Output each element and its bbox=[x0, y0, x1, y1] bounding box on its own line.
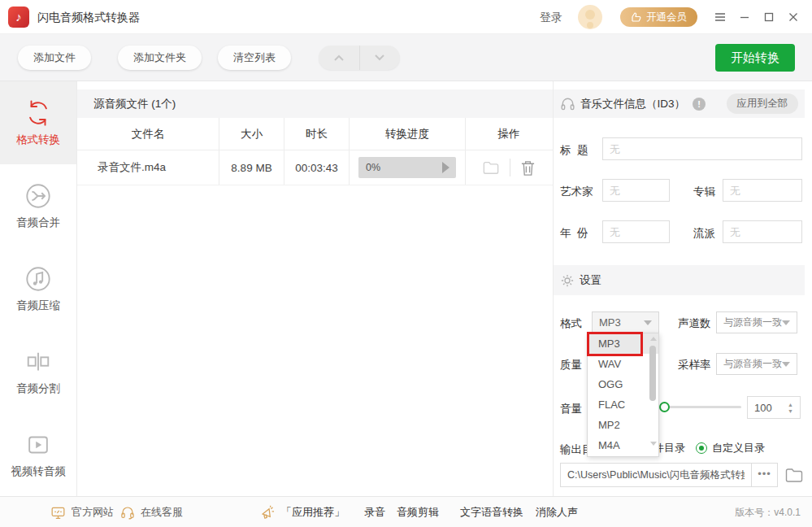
format-value: MP3 bbox=[599, 316, 621, 329]
link-audio-edit[interactable]: 音频剪辑 bbox=[397, 497, 439, 527]
col-duration: 时长 bbox=[284, 118, 350, 150]
refresh-icon bbox=[24, 99, 52, 127]
volume-slider-track[interactable] bbox=[663, 406, 741, 408]
thumb-up-icon bbox=[631, 11, 642, 23]
link-vocal-remove[interactable]: 消除人声 bbox=[536, 497, 578, 527]
info-icon[interactable]: ! bbox=[693, 98, 706, 111]
move-down-button[interactable] bbox=[360, 46, 401, 70]
minimize-icon bbox=[740, 12, 749, 22]
open-output-folder-button[interactable] bbox=[784, 466, 805, 486]
scrollbar-thumb[interactable] bbox=[649, 346, 656, 401]
delete-button[interactable] bbox=[520, 159, 536, 176]
album-field[interactable] bbox=[723, 179, 802, 202]
custom-dir-label: 自定义目录 bbox=[712, 441, 765, 455]
sidebar-item-audio-merge[interactable]: 音频合并 bbox=[0, 164, 76, 247]
volume-spinner[interactable]: 100 ▲▼ bbox=[747, 396, 801, 419]
year-field[interactable] bbox=[602, 220, 670, 243]
output-path-input[interactable] bbox=[560, 463, 752, 487]
samplerate-select[interactable]: 与源音频一致 bbox=[716, 353, 797, 375]
custom-dir-radio[interactable]: 自定义目录 bbox=[696, 441, 765, 455]
scroll-up-icon[interactable] bbox=[650, 337, 657, 341]
app-recommend[interactable]: 「应用推荐」 bbox=[260, 497, 345, 527]
statusbar: 官方网站 在线客服 「应用推荐」 录音 音频剪辑 文字语音转换 消除人声 版本号… bbox=[0, 496, 812, 527]
music-note-circle-icon bbox=[24, 265, 52, 293]
app-logo-icon: ♪ bbox=[8, 7, 29, 28]
minimize-button[interactable] bbox=[733, 0, 756, 34]
format-label: 格式 bbox=[560, 316, 582, 331]
file-size: 8.89 MB bbox=[219, 150, 284, 185]
table-header-row: 文件名 大小 时长 转换进度 操作 bbox=[77, 118, 553, 150]
apply-to-all-button[interactable]: 应用到全部 bbox=[727, 94, 799, 114]
folder-icon bbox=[784, 466, 805, 484]
spinner-arrows-icon[interactable]: ▲▼ bbox=[788, 402, 793, 414]
table-row[interactable]: 录音文件.m4a 8.89 MB 00:03:43 0% bbox=[77, 150, 553, 185]
sidebar-item-video-to-audio[interactable]: 视频转音频 bbox=[0, 413, 76, 496]
sidebar-item-audio-compress[interactable]: 音频压缩 bbox=[0, 247, 76, 330]
app-recommend-label: 「应用推荐」 bbox=[281, 505, 345, 520]
channels-select[interactable]: 与源音频一致 bbox=[716, 311, 797, 333]
col-progress: 转换进度 bbox=[350, 118, 466, 150]
folder-icon bbox=[482, 159, 500, 176]
avatar[interactable] bbox=[578, 5, 602, 29]
hamburger-icon bbox=[714, 12, 726, 22]
scroll-down-icon[interactable] bbox=[650, 442, 657, 446]
genre-label: 流派 bbox=[693, 226, 715, 241]
titlebar: ♪ 闪电音频格式转换器 登录 开通会员 bbox=[0, 0, 812, 34]
volume-label: 音量 bbox=[560, 402, 582, 416]
close-icon bbox=[788, 12, 798, 22]
app-title: 闪电音频格式转换器 bbox=[37, 0, 140, 34]
dropdown-option-m4a[interactable]: M4A bbox=[588, 435, 658, 455]
file-list-panel: 源音频文件 (1个) 文件名 大小 时长 转换进度 操作 录音文件.m4a 8.… bbox=[77, 81, 553, 496]
add-folder-button[interactable]: 添加文件夹 bbox=[118, 46, 202, 70]
browse-dots-button[interactable]: ••• bbox=[752, 463, 778, 487]
genre-field[interactable] bbox=[723, 220, 802, 243]
artist-field[interactable] bbox=[602, 179, 670, 202]
dropdown-option-mp2[interactable]: MP2 bbox=[588, 415, 658, 435]
volume-slider-handle[interactable] bbox=[659, 402, 670, 412]
dropdown-scrollbar[interactable] bbox=[649, 335, 657, 455]
link-recorder[interactable]: 录音 bbox=[364, 497, 385, 527]
sidebar-item-label: 视频转音频 bbox=[11, 464, 66, 479]
official-site-link[interactable]: 官方网站 bbox=[50, 497, 114, 527]
close-button[interactable] bbox=[782, 0, 805, 34]
merge-icon bbox=[24, 182, 52, 210]
headset-icon bbox=[120, 505, 135, 520]
year-label: 年 份 bbox=[560, 226, 588, 241]
dropdown-option-flac[interactable]: FLAC bbox=[588, 394, 658, 415]
format-select[interactable]: MP3 bbox=[592, 311, 659, 333]
dropdown-option-mp3[interactable]: MP3 bbox=[588, 333, 658, 354]
col-operation: 操作 bbox=[466, 118, 552, 150]
split-icon bbox=[24, 348, 52, 376]
gear-icon bbox=[560, 273, 575, 288]
channels-value: 与源音频一致 bbox=[723, 316, 782, 329]
menu-button[interactable] bbox=[709, 0, 732, 34]
megaphone-icon bbox=[260, 505, 276, 520]
maximize-button[interactable] bbox=[758, 0, 780, 34]
vip-button[interactable]: 开通会员 bbox=[620, 7, 697, 27]
move-up-button[interactable] bbox=[319, 46, 360, 70]
online-service-link[interactable]: 在线客服 bbox=[120, 497, 183, 527]
file-duration: 00:03:43 bbox=[284, 150, 350, 185]
title-label: 标 题 bbox=[560, 143, 588, 158]
sidebar-item-label: 格式转换 bbox=[16, 133, 60, 147]
login-link[interactable]: 登录 bbox=[540, 0, 562, 34]
monitor-icon bbox=[50, 506, 66, 520]
sidebar-item-label: 音频合并 bbox=[16, 216, 60, 230]
artist-label: 艺术家 bbox=[560, 185, 593, 199]
open-folder-button[interactable] bbox=[482, 159, 500, 176]
channels-label: 声道数 bbox=[678, 316, 711, 331]
dropdown-arrow-icon bbox=[782, 362, 790, 367]
samplerate-label: 采样率 bbox=[678, 358, 711, 372]
sidebar-item-format-convert[interactable]: 格式转换 bbox=[0, 81, 76, 164]
link-text-to-speech[interactable]: 文字语音转换 bbox=[460, 497, 523, 527]
reorder-buttons bbox=[319, 46, 400, 70]
sidebar-item-audio-split[interactable]: 音频分割 bbox=[0, 330, 76, 413]
title-field[interactable] bbox=[602, 137, 802, 160]
clear-list-button[interactable]: 清空列表 bbox=[218, 46, 291, 70]
dropdown-option-wav[interactable]: WAV bbox=[588, 354, 658, 374]
dropdown-option-ogg[interactable]: OGG bbox=[588, 374, 658, 394]
add-file-button[interactable]: 添加文件 bbox=[18, 46, 91, 70]
sidebar-item-label: 音频分割 bbox=[16, 381, 60, 396]
play-icon[interactable] bbox=[442, 162, 449, 173]
start-convert-button[interactable]: 开始转换 bbox=[715, 44, 795, 72]
